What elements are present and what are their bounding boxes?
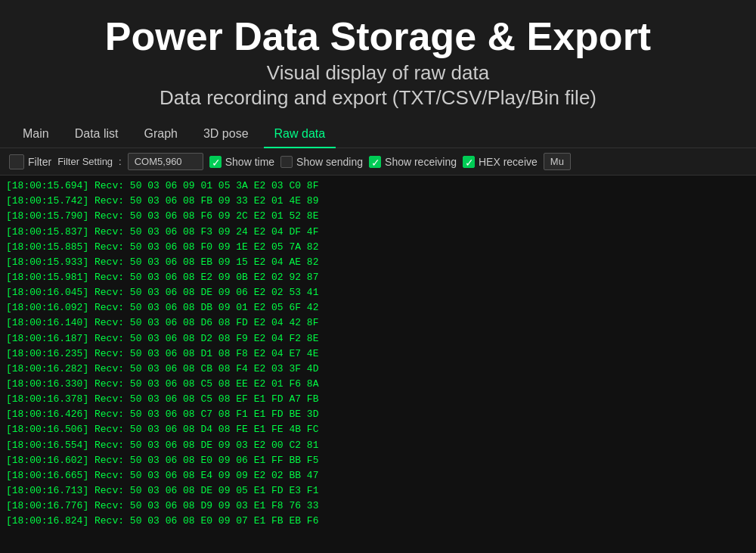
table-row: [18:00:15.981] Recv: 50 03 06 08 E2 09 0…	[6, 270, 750, 285]
table-row: [18:00:16.092] Recv: 50 03 06 08 DB 09 0…	[6, 300, 750, 315]
table-row: [18:00:16.776] Recv: 50 03 06 08 D9 09 0…	[6, 499, 750, 514]
table-row: [18:00:15.933] Recv: 50 03 06 08 EB 09 1…	[6, 255, 750, 270]
nav-tabs: Main Data list Graph 3D pose Raw data	[0, 121, 756, 148]
header: Power Data Storage & Export Visual displ…	[0, 0, 756, 121]
table-row: [18:00:16.554] Recv: 50 03 06 08 DE 09 0…	[6, 438, 750, 453]
tab-datalist[interactable]: Data list	[64, 121, 129, 148]
show-receiving-text: Show receiving	[385, 156, 457, 168]
hex-receive-label[interactable]: HEX receive	[463, 156, 538, 168]
tab-rawdata[interactable]: Raw data	[264, 121, 336, 148]
table-row: [18:00:15.694] Recv: 50 03 06 09 01 05 3…	[6, 179, 750, 194]
table-row: [18:00:15.837] Recv: 50 03 06 08 F3 09 2…	[6, 225, 750, 240]
table-row: [18:00:16.426] Recv: 50 03 06 08 C7 08 F…	[6, 407, 750, 422]
filter-checkbox[interactable]	[9, 154, 24, 169]
table-row: [18:00:15.742] Recv: 50 03 06 08 FB 09 3…	[6, 194, 750, 209]
app-subtitle1: Visual display of raw data	[8, 61, 748, 85]
mu-button[interactable]: Mu	[544, 153, 571, 170]
tab-main[interactable]: Main	[12, 121, 60, 148]
table-row: [18:00:16.713] Recv: 50 03 06 08 DE 09 0…	[6, 483, 750, 499]
tab-3dpose[interactable]: 3D pose	[193, 121, 259, 148]
show-receiving-checkbox[interactable]	[369, 156, 381, 168]
table-row: [18:00:15.790] Recv: 50 03 06 08 F6 09 2…	[6, 209, 750, 224]
data-display-area: [18:00:15.694] Recv: 50 03 06 09 01 05 3…	[0, 176, 756, 553]
table-row: [18:00:16.282] Recv: 50 03 06 08 CB 08 F…	[6, 362, 750, 377]
show-sending-label[interactable]: Show sending	[280, 156, 363, 168]
table-row: [18:00:16.378] Recv: 50 03 06 08 C5 08 E…	[6, 392, 750, 407]
table-row: [18:00:16.602] Recv: 50 03 06 08 E0 09 0…	[6, 453, 750, 468]
table-row: [18:00:16.506] Recv: 50 03 06 08 D4 08 F…	[6, 422, 750, 437]
show-time-text: Show time	[225, 156, 274, 168]
show-time-label[interactable]: Show time	[209, 156, 274, 168]
app-title: Power Data Storage & Export	[8, 15, 748, 58]
table-row: [18:00:16.330] Recv: 50 03 06 08 C5 08 E…	[6, 377, 750, 392]
show-sending-text: Show sending	[296, 156, 363, 168]
toolbar: Filter Filter Setting : Show time Show s…	[0, 148, 756, 176]
filter-checkbox-label[interactable]: Filter	[9, 154, 51, 169]
table-row: [18:00:16.140] Recv: 50 03 06 08 D6 08 F…	[6, 315, 750, 331]
table-row: [18:00:16.824] Recv: 50 03 06 08 E0 09 0…	[6, 514, 750, 529]
filter-label-text: Filter	[28, 156, 51, 168]
tab-graph[interactable]: Graph	[133, 121, 187, 148]
filter-setting-text: Filter Setting	[57, 156, 113, 167]
table-row: [18:00:16.665] Recv: 50 03 06 08 E4 09 0…	[6, 468, 750, 483]
table-row: [18:00:16.235] Recv: 50 03 06 08 D1 08 F…	[6, 346, 750, 362]
table-row: [18:00:15.885] Recv: 50 03 06 08 F0 09 1…	[6, 240, 750, 255]
show-time-checkbox[interactable]	[209, 156, 222, 168]
table-row: [18:00:16.045] Recv: 50 03 06 08 DE 09 0…	[6, 285, 750, 300]
hex-receive-text: HEX receive	[479, 156, 538, 168]
table-row: [18:00:16.187] Recv: 50 03 06 08 D2 08 F…	[6, 331, 750, 346]
app-subtitle2: Data recording and export (TXT/CSV/Play/…	[8, 86, 748, 110]
hex-receive-checkbox[interactable]	[463, 156, 475, 168]
port-input[interactable]	[128, 153, 203, 170]
show-receiving-label[interactable]: Show receiving	[369, 156, 457, 168]
port-label-text: :	[119, 156, 122, 167]
show-sending-checkbox[interactable]	[280, 156, 293, 168]
